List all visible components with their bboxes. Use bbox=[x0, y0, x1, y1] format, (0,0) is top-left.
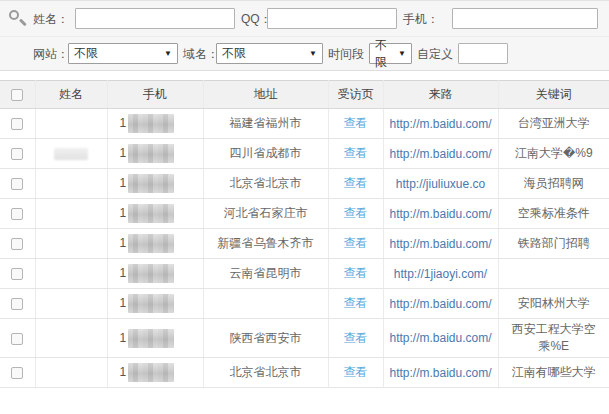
website-select[interactable]: 不限 ▼ bbox=[68, 43, 178, 64]
view-link[interactable]: 查看 bbox=[344, 331, 368, 345]
domain-label: 域名： bbox=[183, 44, 219, 64]
phone-prefix: 1 bbox=[120, 176, 127, 190]
table-row: 1 云南省昆明市 查看 http://1jiaoyi.com/ bbox=[0, 259, 609, 289]
view-link[interactable]: 查看 bbox=[344, 176, 368, 190]
domain-select[interactable]: 不限 ▼ bbox=[216, 43, 323, 64]
phone-input[interactable] bbox=[452, 8, 598, 29]
address-cell: 福建省福州市 bbox=[203, 109, 328, 139]
keyword-cell: 海员招聘网 bbox=[498, 169, 609, 199]
name-cell bbox=[35, 229, 107, 259]
address-cell: 云南省昆明市 bbox=[203, 259, 328, 289]
table-row: 1 查看 http://m.baidu.com/ 安阳林州大学 bbox=[0, 289, 609, 319]
address-cell: 陕西省西安市 bbox=[203, 319, 328, 358]
row-checkbox[interactable] bbox=[11, 208, 23, 220]
row-checkbox[interactable] bbox=[11, 238, 23, 250]
table-row: 1 河北省石家庄市 查看 http://m.baidu.com/ 空乘标准条件 bbox=[0, 199, 609, 229]
select-all-checkbox[interactable] bbox=[11, 89, 23, 101]
header-checkbox-cell bbox=[0, 81, 35, 109]
view-link[interactable]: 查看 bbox=[344, 206, 368, 220]
row-checkbox[interactable] bbox=[11, 333, 23, 345]
visited-cell: 查看 bbox=[328, 319, 383, 358]
table-header-row: 姓名 手机 地址 受访页 来路 关键词 bbox=[0, 81, 609, 109]
table-row: 1 陕西省西安市 查看 http://m.baidu.com/ 西安工程大学空乘… bbox=[0, 319, 609, 358]
period-select[interactable]: 不限 ▼ bbox=[369, 43, 412, 64]
phone-blur bbox=[128, 264, 174, 283]
table-row: 1 福建省福州市 查看 http://m.baidu.com/ 台湾亚洲大学 bbox=[0, 109, 609, 139]
referrer-link[interactable]: http://m.baidu.com/ bbox=[389, 117, 491, 131]
website-select-value: 不限 bbox=[74, 45, 161, 62]
referrer-link[interactable]: http://m.baidu.com/ bbox=[389, 237, 491, 251]
view-link[interactable]: 查看 bbox=[344, 266, 368, 280]
view-link[interactable]: 查看 bbox=[344, 365, 368, 379]
qq-input[interactable] bbox=[267, 8, 397, 29]
name-cell bbox=[35, 319, 107, 358]
header-phone: 手机 bbox=[107, 81, 203, 109]
row-checkbox[interactable] bbox=[11, 178, 23, 190]
search-icon-handle bbox=[19, 19, 26, 26]
phone-cell: 1 bbox=[107, 229, 203, 259]
name-cell bbox=[35, 139, 107, 169]
address-cell: 新疆省乌鲁木齐市 bbox=[203, 229, 328, 259]
phone-blur bbox=[128, 329, 174, 348]
phone-blur bbox=[128, 174, 174, 193]
name-blur bbox=[54, 148, 88, 160]
phone-prefix: 1 bbox=[120, 296, 127, 310]
visited-cell: 查看 bbox=[328, 169, 383, 199]
referrer-cell: http://m.baidu.com/ bbox=[383, 199, 498, 229]
phone-blur bbox=[128, 144, 174, 163]
view-link[interactable]: 查看 bbox=[344, 236, 368, 250]
phone-blur bbox=[128, 234, 174, 253]
name-label: 姓名： bbox=[33, 9, 69, 29]
view-link[interactable]: 查看 bbox=[344, 296, 368, 310]
row-checkbox[interactable] bbox=[11, 367, 23, 379]
row-checkbox[interactable] bbox=[11, 118, 23, 130]
referrer-link[interactable]: http://1jiaoyi.com/ bbox=[394, 267, 487, 281]
table-row: 1 北京省北京市 查看 http://jiuliuxue.co 海员招聘网 bbox=[0, 169, 609, 199]
referrer-link[interactable]: http://m.baidu.com/ bbox=[389, 297, 491, 311]
search-icon-glass bbox=[9, 10, 19, 20]
row-checkbox[interactable] bbox=[11, 298, 23, 310]
referrer-link[interactable]: http://m.baidu.com/ bbox=[389, 147, 491, 161]
address-cell: 北京省北京市 bbox=[203, 358, 328, 388]
view-link[interactable]: 查看 bbox=[344, 146, 368, 160]
phone-blur bbox=[128, 204, 174, 223]
name-cell bbox=[35, 289, 107, 319]
name-cell bbox=[35, 109, 107, 139]
row-checkbox-cell bbox=[0, 319, 35, 358]
row-checkbox[interactable] bbox=[11, 148, 23, 160]
referrer-cell: http://m.baidu.com/ bbox=[383, 289, 498, 319]
referrer-link[interactable]: http://m.baidu.com/ bbox=[389, 366, 491, 380]
name-input[interactable] bbox=[75, 8, 235, 29]
name-cell bbox=[35, 358, 107, 388]
chevron-down-icon: ▼ bbox=[309, 49, 317, 58]
custom-input[interactable] bbox=[458, 43, 508, 64]
view-link[interactable]: 查看 bbox=[344, 116, 368, 130]
visited-cell: 查看 bbox=[328, 229, 383, 259]
phone-cell: 1 bbox=[107, 358, 203, 388]
keyword-cell: 空乘标准条件 bbox=[498, 199, 609, 229]
phone-blur bbox=[128, 294, 174, 313]
referrer-link[interactable]: http://m.baidu.com/ bbox=[389, 331, 491, 345]
name-cell bbox=[35, 259, 107, 289]
visited-cell: 查看 bbox=[328, 259, 383, 289]
referrer-cell: http://1jiaoyi.com/ bbox=[383, 259, 498, 289]
phone-cell: 1 bbox=[107, 109, 203, 139]
phone-prefix: 1 bbox=[120, 116, 127, 130]
leads-table: 姓名 手机 地址 受访页 来路 关键词 1 福建省福州市 查看 http://m… bbox=[0, 80, 609, 388]
referrer-link[interactable]: http://m.baidu.com/ bbox=[389, 207, 491, 221]
table-row: 1 四川省成都市 查看 http://m.baidu.com/ 江南大学�%9 bbox=[0, 139, 609, 169]
referrer-cell: http://jiuliuxue.co bbox=[383, 169, 498, 199]
visited-cell: 查看 bbox=[328, 358, 383, 388]
keyword-cell: 西安工程大学空乘%E bbox=[498, 319, 609, 358]
header-referrer: 来路 bbox=[383, 81, 498, 109]
header-address: 地址 bbox=[203, 81, 328, 109]
referrer-link[interactable]: http://jiuliuxue.co bbox=[396, 177, 485, 191]
referrer-cell: http://m.baidu.com/ bbox=[383, 358, 498, 388]
phone-cell: 1 bbox=[107, 319, 203, 358]
chevron-down-icon: ▼ bbox=[164, 49, 172, 58]
row-checkbox-cell bbox=[0, 169, 35, 199]
visited-cell: 查看 bbox=[328, 109, 383, 139]
phone-prefix: 1 bbox=[120, 206, 127, 220]
row-checkbox[interactable] bbox=[11, 268, 23, 280]
phone-label: 手机： bbox=[403, 9, 439, 29]
